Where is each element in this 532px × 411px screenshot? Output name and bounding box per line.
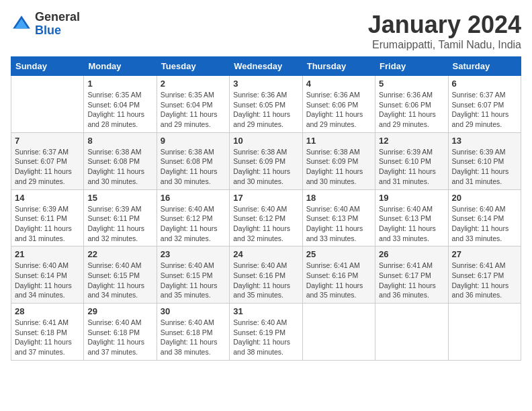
day-info: Sunrise: 6:37 AM Sunset: 6:07 PM Dayligh…	[452, 90, 517, 130]
calendar-cell: 8Sunrise: 6:38 AM Sunset: 6:08 PM Daylig…	[84, 132, 157, 189]
day-number: 8	[87, 136, 152, 146]
day-info: Sunrise: 6:35 AM Sunset: 6:04 PM Dayligh…	[161, 90, 226, 130]
calendar-cell: 6Sunrise: 6:37 AM Sunset: 6:07 PM Daylig…	[448, 76, 521, 133]
week-row-2: 7Sunrise: 6:37 AM Sunset: 6:07 PM Daylig…	[11, 132, 521, 189]
calendar-cell: 31Sunrise: 6:40 AM Sunset: 6:19 PM Dayli…	[230, 304, 302, 361]
day-number: 27	[452, 249, 517, 259]
header-day-thursday: Thursday	[302, 57, 375, 76]
day-info: Sunrise: 6:40 AM Sunset: 6:14 PM Dayligh…	[452, 204, 517, 244]
logo-text: General Blue	[35, 11, 80, 38]
calendar-cell: 28Sunrise: 6:41 AM Sunset: 6:18 PM Dayli…	[11, 304, 84, 361]
week-row-4: 21Sunrise: 6:40 AM Sunset: 6:14 PM Dayli…	[11, 246, 521, 304]
calendar-cell: 2Sunrise: 6:35 AM Sunset: 6:04 PM Daylig…	[157, 76, 229, 133]
day-info: Sunrise: 6:40 AM Sunset: 6:13 PM Dayligh…	[306, 204, 371, 244]
calendar-cell: 27Sunrise: 6:41 AM Sunset: 6:17 PM Dayli…	[448, 246, 521, 304]
day-number: 11	[306, 136, 371, 146]
calendar-cell	[11, 76, 84, 133]
day-info: Sunrise: 6:40 AM Sunset: 6:16 PM Dayligh…	[233, 261, 298, 300]
calendar-cell: 20Sunrise: 6:40 AM Sunset: 6:14 PM Dayli…	[448, 189, 521, 246]
day-info: Sunrise: 6:40 AM Sunset: 6:12 PM Dayligh…	[233, 204, 298, 244]
day-info: Sunrise: 6:40 AM Sunset: 6:19 PM Dayligh…	[233, 318, 298, 357]
day-info: Sunrise: 6:38 AM Sunset: 6:09 PM Dayligh…	[233, 147, 298, 187]
day-number: 21	[15, 249, 80, 259]
header-day-monday: Monday	[84, 57, 157, 76]
calendar-cell: 13Sunrise: 6:39 AM Sunset: 6:10 PM Dayli…	[448, 132, 521, 189]
header-day-saturday: Saturday	[448, 57, 521, 76]
day-info: Sunrise: 6:39 AM Sunset: 6:11 PM Dayligh…	[87, 204, 152, 244]
calendar-cell: 12Sunrise: 6:39 AM Sunset: 6:10 PM Dayli…	[375, 132, 448, 189]
calendar-cell: 16Sunrise: 6:40 AM Sunset: 6:12 PM Dayli…	[157, 189, 229, 246]
day-info: Sunrise: 6:41 AM Sunset: 6:17 PM Dayligh…	[379, 261, 444, 300]
day-info: Sunrise: 6:39 AM Sunset: 6:11 PM Dayligh…	[15, 204, 80, 244]
calendar-cell: 14Sunrise: 6:39 AM Sunset: 6:11 PM Dayli…	[11, 189, 84, 246]
day-number: 22	[87, 249, 152, 259]
day-number: 5	[379, 79, 444, 89]
day-info: Sunrise: 6:41 AM Sunset: 6:16 PM Dayligh…	[306, 261, 371, 300]
calendar-cell: 19Sunrise: 6:40 AM Sunset: 6:13 PM Dayli…	[375, 189, 448, 246]
logo-blue-text: Blue	[35, 24, 80, 38]
day-info: Sunrise: 6:36 AM Sunset: 6:05 PM Dayligh…	[233, 90, 298, 130]
day-number: 24	[233, 249, 298, 259]
header-day-friday: Friday	[375, 57, 448, 76]
calendar-cell: 25Sunrise: 6:41 AM Sunset: 6:16 PM Dayli…	[302, 246, 375, 304]
day-number: 4	[306, 79, 371, 89]
day-number: 14	[15, 193, 80, 203]
day-number: 3	[233, 79, 298, 89]
day-info: Sunrise: 6:41 AM Sunset: 6:17 PM Dayligh…	[452, 261, 517, 300]
day-number: 13	[452, 136, 517, 146]
calendar-cell: 4Sunrise: 6:36 AM Sunset: 6:06 PM Daylig…	[302, 76, 375, 133]
calendar-cell: 26Sunrise: 6:41 AM Sunset: 6:17 PM Dayli…	[375, 246, 448, 304]
calendar-header: SundayMondayTuesdayWednesdayThursdayFrid…	[11, 57, 521, 76]
calendar-cell: 15Sunrise: 6:39 AM Sunset: 6:11 PM Dayli…	[84, 189, 157, 246]
day-number: 15	[87, 193, 152, 203]
calendar-cell: 7Sunrise: 6:37 AM Sunset: 6:07 PM Daylig…	[11, 132, 84, 189]
calendar-cell: 9Sunrise: 6:38 AM Sunset: 6:08 PM Daylig…	[157, 132, 229, 189]
calendar-cell: 10Sunrise: 6:38 AM Sunset: 6:09 PM Dayli…	[230, 132, 302, 189]
day-info: Sunrise: 6:38 AM Sunset: 6:08 PM Dayligh…	[87, 147, 152, 187]
header-day-sunday: Sunday	[11, 57, 84, 76]
day-info: Sunrise: 6:40 AM Sunset: 6:15 PM Dayligh…	[161, 261, 226, 300]
day-number: 16	[161, 193, 226, 203]
logo-icon	[11, 13, 32, 35]
calendar-cell: 22Sunrise: 6:40 AM Sunset: 6:15 PM Dayli…	[84, 246, 157, 304]
day-number: 19	[379, 193, 444, 203]
subtitle: Erumaippatti, Tamil Nadu, India	[368, 39, 521, 51]
day-info: Sunrise: 6:39 AM Sunset: 6:10 PM Dayligh…	[379, 147, 444, 187]
title-block: January 2024 Erumaippatti, Tamil Nadu, I…	[368, 11, 521, 51]
calendar-cell: 29Sunrise: 6:40 AM Sunset: 6:18 PM Dayli…	[84, 304, 157, 361]
page-header: General Blue January 2024 Erumaippatti, …	[11, 11, 521, 51]
calendar-cell: 11Sunrise: 6:38 AM Sunset: 6:09 PM Dayli…	[302, 132, 375, 189]
day-number: 20	[452, 193, 517, 203]
week-row-3: 14Sunrise: 6:39 AM Sunset: 6:11 PM Dayli…	[11, 189, 521, 246]
day-info: Sunrise: 6:40 AM Sunset: 6:15 PM Dayligh…	[87, 261, 152, 300]
day-info: Sunrise: 6:39 AM Sunset: 6:10 PM Dayligh…	[452, 147, 517, 187]
day-number: 25	[306, 249, 371, 259]
day-number: 23	[161, 249, 226, 259]
day-info: Sunrise: 6:36 AM Sunset: 6:06 PM Dayligh…	[379, 90, 444, 130]
week-row-5: 28Sunrise: 6:41 AM Sunset: 6:18 PM Dayli…	[11, 304, 521, 361]
header-day-wednesday: Wednesday	[230, 57, 302, 76]
day-number: 1	[87, 79, 152, 89]
day-number: 17	[233, 193, 298, 203]
day-number: 6	[452, 79, 517, 89]
day-info: Sunrise: 6:40 AM Sunset: 6:18 PM Dayligh…	[161, 318, 226, 357]
day-info: Sunrise: 6:38 AM Sunset: 6:08 PM Dayligh…	[161, 147, 226, 187]
day-number: 30	[161, 306, 226, 316]
calendar-cell: 17Sunrise: 6:40 AM Sunset: 6:12 PM Dayli…	[230, 189, 302, 246]
day-number: 26	[379, 249, 444, 259]
logo-general-text: General	[35, 11, 80, 24]
day-number: 9	[161, 136, 226, 146]
calendar-cell: 1Sunrise: 6:35 AM Sunset: 6:04 PM Daylig…	[84, 76, 157, 133]
day-info: Sunrise: 6:37 AM Sunset: 6:07 PM Dayligh…	[15, 147, 80, 187]
logo: General Blue	[11, 11, 80, 38]
day-number: 28	[15, 306, 80, 316]
calendar-cell: 24Sunrise: 6:40 AM Sunset: 6:16 PM Dayli…	[230, 246, 302, 304]
calendar-cell: 5Sunrise: 6:36 AM Sunset: 6:06 PM Daylig…	[375, 76, 448, 133]
day-info: Sunrise: 6:41 AM Sunset: 6:18 PM Dayligh…	[15, 318, 80, 357]
calendar-cell	[302, 304, 375, 361]
calendar-body: 1Sunrise: 6:35 AM Sunset: 6:04 PM Daylig…	[11, 76, 521, 361]
header-row: SundayMondayTuesdayWednesdayThursdayFrid…	[11, 57, 521, 76]
calendar-cell: 18Sunrise: 6:40 AM Sunset: 6:13 PM Dayli…	[302, 189, 375, 246]
calendar-cell	[375, 304, 448, 361]
header-day-tuesday: Tuesday	[157, 57, 229, 76]
